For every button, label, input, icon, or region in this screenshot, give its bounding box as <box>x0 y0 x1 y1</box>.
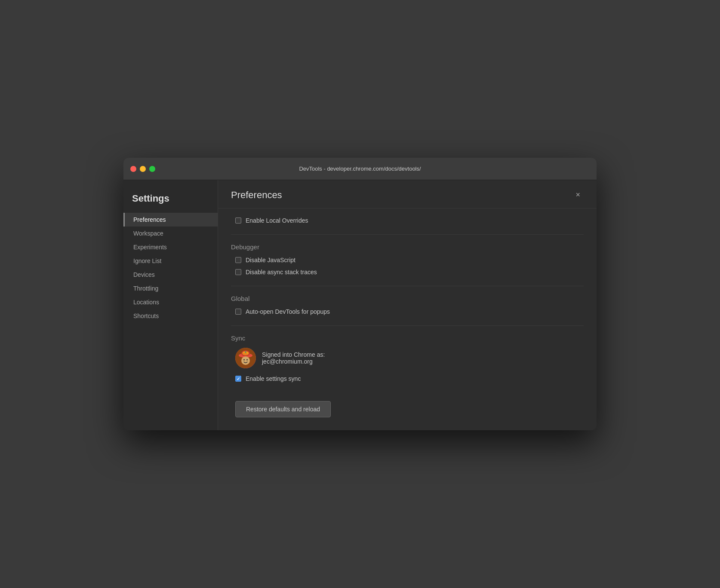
divider-2 <box>231 286 584 286</box>
svg-point-9 <box>246 359 248 361</box>
sync-user-line1: Signed into Chrome as: <box>262 351 325 358</box>
browser-window: DevTools - developer.chrome.com/docs/dev… <box>123 158 597 430</box>
settings-container: Settings Preferences Workspace Experimen… <box>123 180 597 430</box>
main-content: Preferences × Enable Local Overrides Deb… <box>218 180 597 430</box>
section-sync: Sync <box>231 333 584 382</box>
titlebar-url: DevTools - developer.chrome.com/docs/dev… <box>299 165 421 172</box>
checkbox-row-disable-js: Disable JavaScript <box>231 257 584 263</box>
label-auto-open[interactable]: Auto-open DevTools for popups <box>246 308 330 315</box>
checkbox-auto-open[interactable] <box>235 309 241 315</box>
sync-user: Signed into Chrome as: jec@chromium.org <box>231 348 584 368</box>
checkbox-enable-sync[interactable] <box>235 376 241 382</box>
maximize-traffic-light[interactable] <box>149 166 155 172</box>
divider-1 <box>231 234 584 235</box>
label-disable-js[interactable]: Disable JavaScript <box>246 257 295 263</box>
section-debugger: Debugger Disable JavaScript Disable asyn… <box>231 242 584 276</box>
titlebar: DevTools - developer.chrome.com/docs/dev… <box>123 158 597 180</box>
checkbox-row-enable-sync: Enable settings sync <box>231 375 584 382</box>
sidebar-item-ignore-list[interactable]: Ignore List <box>123 254 218 268</box>
sidebar-item-preferences[interactable]: Preferences <box>123 213 218 227</box>
checkbox-row-auto-open: Auto-open DevTools for popups <box>231 308 584 315</box>
section-sources: Enable Local Overrides <box>231 217 584 224</box>
label-disable-async[interactable]: Disable async stack traces <box>246 269 317 276</box>
main-title: Preferences <box>231 190 282 201</box>
checkbox-disable-async[interactable] <box>235 269 241 275</box>
minimize-traffic-light[interactable] <box>140 166 146 172</box>
sync-user-email: jec@chromium.org <box>262 358 325 365</box>
svg-point-7 <box>241 356 250 365</box>
svg-point-6 <box>245 352 246 353</box>
restore-defaults-button[interactable]: Restore defaults and reload <box>235 401 331 417</box>
section-title-sync: Sync <box>231 333 584 342</box>
sidebar: Settings Preferences Workspace Experimen… <box>123 180 218 430</box>
section-global: Global Auto-open DevTools for popups <box>231 293 584 315</box>
checkbox-row-disable-async: Disable async stack traces <box>231 269 584 276</box>
sidebar-item-devices[interactable]: Devices <box>123 268 218 282</box>
sync-user-info: Signed into Chrome as: jec@chromium.org <box>262 351 325 365</box>
svg-point-8 <box>243 359 245 361</box>
checkbox-local-overrides[interactable] <box>235 217 241 224</box>
section-title-debugger: Debugger <box>231 242 584 251</box>
avatar <box>235 348 256 368</box>
sidebar-item-locations[interactable]: Locations <box>123 295 218 309</box>
sidebar-item-shortcuts[interactable]: Shortcuts <box>123 309 218 323</box>
close-traffic-light[interactable] <box>130 166 136 172</box>
svg-point-5 <box>247 352 248 354</box>
sidebar-item-throttling[interactable]: Throttling <box>123 282 218 295</box>
main-header: Preferences × <box>218 180 597 208</box>
label-enable-sync[interactable]: Enable settings sync <box>246 375 301 382</box>
divider-3 <box>231 325 584 326</box>
traffic-lights <box>130 166 155 172</box>
checkbox-disable-js[interactable] <box>235 257 241 263</box>
svg-point-4 <box>243 352 245 353</box>
sidebar-item-experiments[interactable]: Experiments <box>123 240 218 254</box>
section-title-global: Global <box>231 293 584 302</box>
label-local-overrides[interactable]: Enable Local Overrides <box>246 217 308 224</box>
checkbox-row-local-overrides: Enable Local Overrides <box>231 217 584 224</box>
settings-title: Settings <box>123 189 218 213</box>
content-scroll[interactable]: Enable Local Overrides Debugger Disable … <box>218 208 597 430</box>
sidebar-item-workspace[interactable]: Workspace <box>123 227 218 240</box>
close-button[interactable]: × <box>572 189 584 201</box>
